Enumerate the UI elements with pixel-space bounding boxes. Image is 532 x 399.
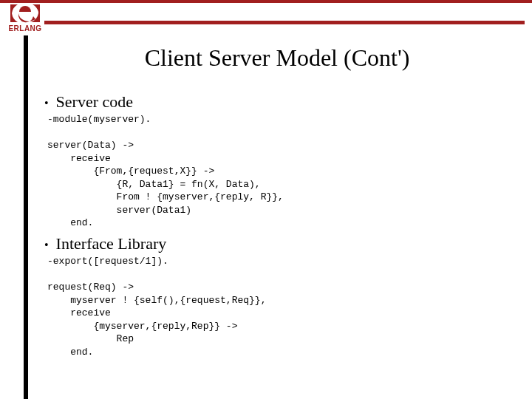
bullet-text: Interface Library — [56, 234, 167, 253]
code-block-interface: -export([request/1]). request(Req) -> my… — [47, 255, 510, 358]
erlang-logo: ERLANG — [6, 3, 44, 33]
bullet-server-code: • Server code — [44, 92, 510, 112]
code-block-server: -module(myserver). server(Data) -> recei… — [47, 113, 510, 230]
bullet-interface-library: • Interface Library — [44, 234, 510, 253]
slide-content: Client Server Model (Cont') • Server cod… — [44, 44, 510, 361]
bullet-text: Server code — [56, 92, 133, 112]
top-accent-bar — [0, 0, 532, 3]
logo-text: ERLANG — [6, 24, 44, 33]
slide-title: Client Server Model (Cont') — [44, 44, 510, 72]
bullet-dot-icon: • — [44, 98, 49, 109]
erlang-icon — [9, 3, 41, 24]
horizontal-rule — [44, 21, 525, 24]
bullet-dot-icon: • — [44, 239, 49, 251]
vertical-rule — [24, 35, 28, 399]
